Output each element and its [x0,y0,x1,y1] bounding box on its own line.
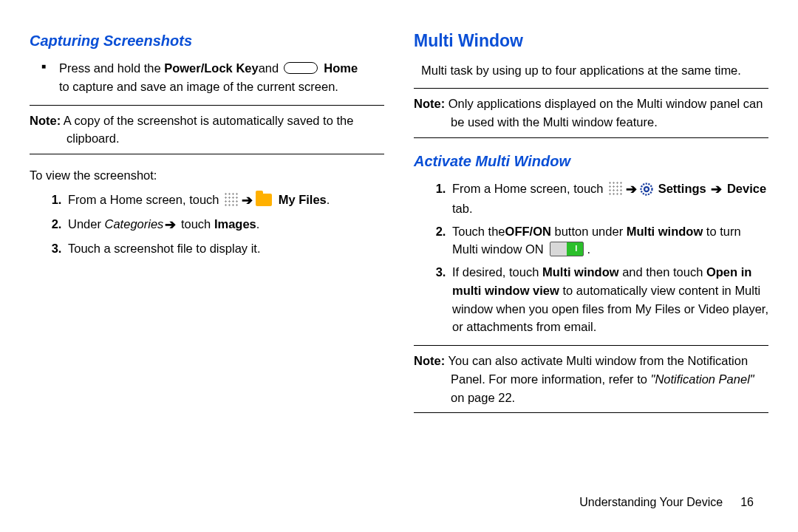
note-clipboard: Note: A copy of the screenshot is automa… [30,105,384,155]
list-item: From a Home screen, touch ➔ Settings ➔ D… [449,180,768,218]
list-item: From a Home screen, touch ➔ My Files. [65,191,384,211]
heading-capturing-screenshots: Capturing Screenshots [30,30,384,52]
left-column: Capturing Screenshots Press and hold the… [30,22,384,425]
multi-window-intro: Multi task by using up to four applicati… [414,61,768,80]
arrow-icon: ➔ [624,182,638,197]
page-footer: Understanding Your Device16 [579,494,754,511]
steps-left: From a Home screen, touch ➔ My Files. Un… [30,191,384,258]
apps-icon [608,181,623,196]
heading-activate-multi-window: Activate Multi Window [414,150,768,172]
footer-section: Understanding Your Device [579,496,723,508]
toggle-on-icon [550,242,584,256]
arrow-icon: ➔ [240,193,254,208]
list-item: If desired, touch Multi window and then … [449,263,768,336]
arrow-icon: ➔ [709,182,723,197]
bullet-list: Press and hold the Power/Lock Keyand Hom… [30,59,384,96]
arrow-icon: ➔ [163,217,177,232]
svg-point-0 [641,183,652,194]
note-multi-window-apps: Note: Only applications displayed on the… [414,88,768,138]
heading-multi-window: Multi Window [414,28,768,54]
page-number: 16 [740,496,754,508]
steps-right: From a Home screen, touch ➔ Settings ➔ D… [414,180,768,336]
list-item: Under Categories➔ touch Images. [65,215,384,235]
list-item: Touch theOFF/ON button under Multi windo… [449,222,768,259]
svg-point-1 [644,187,649,191]
right-column: Multi Window Multi task by using up to f… [414,22,768,425]
folder-icon [256,194,272,206]
home-key-icon [284,62,318,74]
bullet-capture: Press and hold the Power/Lock Keyand Hom… [59,59,384,96]
list-item: Touch a screenshot file to display it. [65,239,384,258]
note-notification-panel: Note: You can also activate Multi window… [414,345,768,413]
apps-icon [224,192,239,207]
gear-icon [640,183,653,196]
view-intro: To view the screenshot: [30,166,384,185]
